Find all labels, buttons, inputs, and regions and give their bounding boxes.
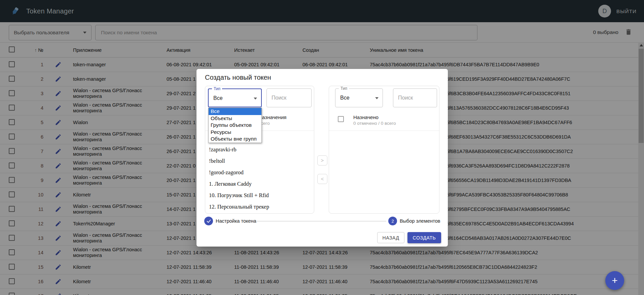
move-left-button[interactable]: < [317, 174, 327, 184]
move-right-button[interactable]: > [317, 155, 327, 165]
right-type-label: Тип [339, 86, 349, 91]
left-type-value: Все [213, 95, 223, 101]
chevron-down-icon [375, 97, 379, 99]
left-search-input[interactable] [266, 88, 312, 107]
right-checkbox-counts: 0 отмечено / 0 всего [353, 121, 396, 126]
type-dropdown-popup: ВсеОбъектыГруппы объектовРесурсыОбъекты … [208, 108, 262, 143]
create-button[interactable]: СОЗДАТЬ [407, 232, 441, 243]
available-items-panel: Тип Все Объекты для назначения 0 отмечен… [205, 86, 314, 214]
left-type-label: Тип [212, 86, 222, 91]
back-button[interactable]: НАЗАД [377, 232, 404, 243]
plus-icon: + [612, 275, 618, 286]
dropdown-option[interactable]: Ресурсы [209, 129, 261, 136]
right-search-input[interactable] [393, 88, 437, 107]
right-checkbox-label: Назначено [353, 114, 379, 120]
step1-complete-icon[interactable] [204, 217, 213, 225]
step1-label: Настройка токена [216, 218, 256, 224]
list-item[interactable]: !gorod-zagorod [209, 167, 310, 178]
stepper-connector [256, 221, 386, 221]
available-items-list: !zapravki-rb!beltoll!gorod-zagorod1. Лег… [209, 144, 310, 213]
list-item[interactable]: 12. Персональный трекер [209, 201, 310, 213]
dropdown-option[interactable]: Все [209, 108, 261, 115]
step2-label: Выбор элементов [400, 218, 440, 224]
list-item[interactable]: 10. Погрузчик Still + Rfid [209, 190, 310, 201]
right-type-select[interactable]: Тип Все [335, 88, 383, 107]
list-item[interactable]: 1. Легковая Caddy [209, 178, 310, 190]
chevron-down-icon [254, 98, 257, 100]
screen: Token Manager D ВЫЙТИ Выбрать пользовате… [0, 0, 644, 295]
dialog-title: Создать новый токен [205, 74, 271, 81]
dropdown-option[interactable]: Группы объектов [209, 122, 261, 129]
add-token-fab[interactable]: + [605, 271, 624, 290]
left-type-select[interactable]: Тип Все [208, 88, 262, 107]
check-icon [206, 219, 211, 224]
right-type-value: Все [340, 95, 350, 101]
list-item[interactable]: !zapravki-rb [209, 144, 310, 155]
create-token-dialog: Создать новый токен Тип Все Объекты для … [196, 69, 448, 247]
assigned-items-panel: Тип Все Назначено 0 отмечено / 0 всего [329, 86, 439, 214]
dropdown-option[interactable]: Объекты [209, 115, 261, 122]
dropdown-option[interactable]: Объекты вне групп [209, 136, 261, 143]
panel-divider [329, 131, 439, 131]
right-select-all-checkbox[interactable] [338, 116, 344, 122]
step2-circle[interactable]: 2 [388, 217, 397, 225]
list-item[interactable]: !beltoll [209, 155, 310, 167]
